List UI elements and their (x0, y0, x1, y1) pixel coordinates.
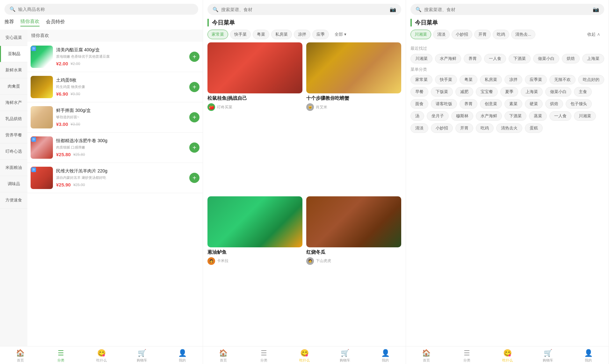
cat-tab-homestyle[interactable]: 家常菜 (207, 30, 228, 39)
cat-rice[interactable]: 下饭菜 (431, 87, 453, 97)
cat-seafood2[interactable]: 水产海鲜 (476, 111, 502, 121)
recent-tag-beginner[interactable]: 做菜小白 (533, 54, 559, 63)
nav-cart-3[interactable]: 🛒 购物车 (528, 349, 568, 363)
cat-tab-seasonal[interactable]: 应季 (312, 30, 329, 39)
tab-member[interactable]: 会员特价 (46, 19, 65, 26)
cat-cake[interactable]: 蛋糕 (525, 123, 543, 133)
sidebar-item-condiments[interactable]: 调味品 (0, 176, 27, 192)
nav-mine-3[interactable]: 👤 我的 (568, 349, 609, 363)
recent-tag-shanghai[interactable]: 上海菜 (582, 54, 604, 63)
add-cart-button-beef[interactable]: + (189, 142, 199, 153)
nav-category-1[interactable]: ☰ 分类 (40, 349, 81, 363)
cat-buns[interactable]: 包子馒头 (566, 99, 592, 109)
cat-tab3-appetizer[interactable]: 开胃 (474, 30, 491, 39)
cat-summer[interactable]: 夏季 (500, 87, 518, 97)
sidebar-item-seafood[interactable]: 海鲜水产 (0, 95, 27, 111)
cat-tab3-chicken[interactable]: 吃鸡 (493, 30, 509, 39)
cat-tab-cantonese[interactable]: 粤菜 (253, 30, 269, 39)
cat-homestyle[interactable]: 家常菜 (410, 75, 432, 84)
camera-icon-3[interactable]: 📷 (593, 6, 599, 12)
search-bar-1[interactable]: 🔍 (4, 4, 198, 15)
nav-cart-1[interactable]: 🛒 购物车 (122, 349, 162, 363)
search-bar-2[interactable]: 🔍 📷 (207, 4, 401, 15)
cat-tab3-light[interactable]: 清淡 (433, 30, 450, 39)
sidebar-item-dingdong[interactable]: 叮咚心选 (0, 143, 27, 160)
nav-home-2[interactable]: 🏠 首页 (203, 349, 243, 363)
search-input-2[interactable] (221, 7, 387, 12)
cat-postpartum[interactable]: 坐月子 (427, 111, 449, 121)
cat-soup[interactable]: 汤 (410, 111, 424, 121)
cat-veg[interactable]: 素菜 (504, 99, 522, 109)
cat-solo2[interactable]: 一人食 (549, 111, 571, 121)
cat-drinks2[interactable]: 下酒菜 (504, 111, 526, 121)
cat-baby[interactable]: 宝宝餐 (476, 87, 498, 97)
recent-tag-seafood[interactable]: 水产海鲜 (435, 54, 461, 63)
cat-shanghai2[interactable]: 上海菜 (521, 87, 543, 97)
sidebar-item-meat[interactable]: 肉禽蛋 (0, 78, 27, 95)
cat-baking2[interactable]: 烘焙 (545, 99, 563, 109)
cat-good[interactable]: 吃点好的 (578, 75, 604, 84)
cat-heatclear[interactable]: 清热去火 (496, 123, 522, 133)
cat-creative[interactable]: 创意菜 (480, 99, 502, 109)
nav-eatwhat-1[interactable]: 😋 吃什么 (81, 349, 121, 363)
add-cart-button-noodles[interactable]: + (189, 112, 199, 122)
tab-guess[interactable]: 猜你喜欢 (20, 18, 40, 26)
cat-breakfast[interactable]: 早餐 (410, 87, 428, 97)
cat-tips2[interactable]: 小妙招 (431, 123, 453, 133)
add-cart-button-tofu[interactable]: + (189, 52, 199, 62)
sidebar-item-convenience[interactable]: 方便速食 (0, 192, 27, 208)
cat-steam[interactable]: 蒸菜 (529, 111, 547, 121)
cat-tab-cold[interactable]: 凉拌 (294, 30, 310, 39)
recent-tag-stomach[interactable]: 养胃 (464, 54, 482, 63)
nav-category-3[interactable]: ☰ 分类 (446, 349, 487, 363)
nav-home-1[interactable]: 🏠 首页 (0, 349, 40, 363)
cat-sichuan2[interactable]: 川湘菜 (574, 111, 596, 121)
cat-tab3-tips[interactable]: 小妙招 (452, 30, 472, 39)
cat-hard[interactable]: 硬菜 (525, 99, 543, 109)
cat-quick2[interactable]: 快手菜 (435, 75, 457, 84)
cat-tab3-heat[interactable]: 清热去... (511, 30, 535, 39)
sidebar-item-fruit[interactable]: 新鲜水果 (0, 62, 27, 78)
cat-cantonese2[interactable]: 粤菜 (460, 75, 477, 84)
search-input-3[interactable] (424, 7, 590, 12)
add-cart-button-lamb[interactable]: + (189, 173, 199, 183)
cat-tab-private[interactable]: 私房菜 (271, 30, 292, 39)
cat-cold2[interactable]: 凉拌 (504, 75, 522, 84)
cat-staple[interactable]: 主食 (574, 87, 592, 97)
cat-tab3-sichuan[interactable]: 川湘菜 (410, 30, 431, 39)
cat-chicken2[interactable]: 吃鸡 (476, 123, 494, 133)
tab-recommend[interactable]: 推荐 (4, 19, 14, 26)
search-input-1[interactable] (18, 7, 193, 12)
collapse-button[interactable]: 收起 ∧ (584, 30, 604, 39)
cat-seasonal2[interactable]: 应季菜 (525, 75, 547, 84)
cat-host[interactable]: 请客吃饭 (431, 99, 457, 109)
sidebar-item-tofu[interactable]: 豆制品 (0, 46, 27, 62)
cat-spicy[interactable]: 无辣不欢 (549, 75, 576, 84)
nav-eatwhat-2[interactable]: 😋 吃什么 (284, 349, 324, 363)
cat-tab-more[interactable]: 全部 ▾ (331, 30, 350, 39)
nav-eatwhat-3[interactable]: 😋 吃什么 (487, 349, 527, 363)
cat-light2[interactable]: 清淡 (410, 123, 428, 133)
sidebar-item-breakfast[interactable]: 营养早餐 (0, 127, 27, 143)
recent-tag-sichuan[interactable]: 川湘菜 (410, 54, 432, 63)
sidebar-item-dairy[interactable]: 乳品烘焙 (0, 111, 27, 127)
cat-appetizer2[interactable]: 开胃 (455, 123, 473, 133)
nav-category-2[interactable]: ☰ 分类 (243, 349, 284, 363)
nav-mine-2[interactable]: 👤 我的 (365, 349, 406, 363)
search-bar-3[interactable]: 🔍 📷 (410, 4, 604, 15)
cat-diet[interactable]: 减肥 (455, 87, 473, 97)
recent-tag-solo[interactable]: 一人食 (484, 54, 506, 63)
cat-noodles2[interactable]: 面食 (410, 99, 428, 109)
nav-cart-2[interactable]: 🛒 购物车 (325, 349, 365, 363)
cat-stomach2[interactable]: 养胃 (460, 99, 477, 109)
sidebar-item-grains[interactable]: 米面粮油 (0, 160, 27, 176)
camera-icon-2[interactable]: 📷 (390, 6, 396, 12)
nav-mine-1[interactable]: 👤 我的 (162, 349, 203, 363)
recent-tag-baking[interactable]: 烘焙 (562, 54, 580, 63)
cat-tab-quick[interactable]: 快手菜 (230, 30, 251, 39)
cat-halal[interactable]: 穆斯林 (451, 111, 473, 121)
add-cart-button-egg[interactable]: + (189, 82, 199, 92)
nav-home-3[interactable]: 🏠 首页 (406, 349, 446, 363)
cat-beginner2[interactable]: 做菜小白 (545, 87, 571, 97)
cat-private2[interactable]: 私房菜 (480, 75, 502, 84)
